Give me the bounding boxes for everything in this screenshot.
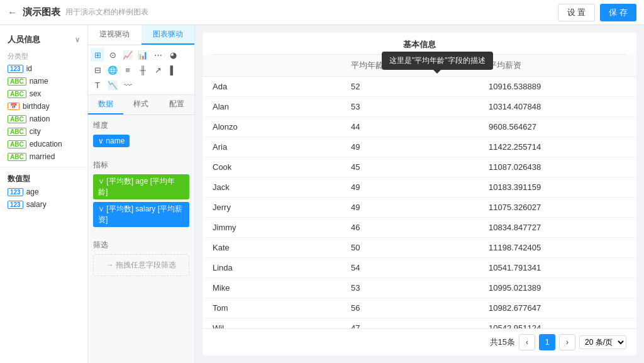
chevron-down-icon: ∨ (75, 36, 80, 44)
mode-tabs: 逆视驱动 图表驱动 (88, 25, 194, 45)
table-row: Tom 56 10982.677647 (203, 298, 636, 318)
panel-tab-style[interactable]: 样式 (123, 95, 158, 114)
measure-label: 指标 (93, 160, 189, 170)
td-age: 50 (351, 243, 489, 252)
type-badge-abc: ABC (8, 140, 26, 148)
wave-icon[interactable]: 〰 (121, 78, 135, 92)
table-row: Alan 53 10314.407848 (203, 97, 636, 117)
td-age: 49 (351, 142, 489, 152)
filter-icon[interactable]: ⊟ (91, 63, 104, 77)
table-row: Jerry 49 11075.326027 (203, 198, 636, 218)
td-salary: 11075.326027 (489, 203, 626, 212)
td-name: Alan (213, 102, 351, 111)
field-sex: sex (30, 89, 42, 98)
line-chart-icon[interactable]: 📈 (121, 48, 135, 62)
type-badge-abc: ABC (8, 90, 26, 98)
prev-page-button[interactable]: ‹ (519, 334, 535, 350)
save-button[interactable]: 保 存 (600, 4, 636, 21)
content-area: 这里是"平均年龄"字段的描述 基本信息 平均年龄 i 平均薪资 Ada 52 1… (195, 25, 644, 363)
panel-tabs: 数据 样式 配置 (88, 95, 194, 115)
td-age: 52 (351, 82, 489, 91)
measure-tag-age[interactable]: ∨ [平均数] age [平均年龄] (93, 174, 189, 199)
sidebar-item-sex[interactable]: ABC sex (0, 87, 87, 100)
field-city: city (30, 127, 41, 136)
sidebar-item-id[interactable]: 123 id (0, 62, 87, 75)
page-size-select[interactable]: 20 条/页 50 条/页 (579, 335, 626, 349)
sidebar-section-header[interactable]: 人员信息 ∨ (0, 30, 87, 48)
pagination: 共15条 ‹ 1 › 20 条/页 50 条/页 (203, 328, 636, 355)
field-birthday: birthday (23, 102, 50, 111)
field-education: education (30, 140, 62, 148)
td-name: Mike (213, 283, 351, 293)
td-name: Jerry (213, 203, 351, 212)
td-name: Cook (213, 162, 351, 172)
td-age: 45 (351, 162, 489, 172)
panel-tab-data[interactable]: 数据 (88, 95, 123, 114)
list-icon[interactable]: ≡ (121, 63, 135, 77)
mode-tab-chart[interactable]: 图表驱动 (142, 25, 195, 45)
measure-tag-salary[interactable]: ∨ [平均数] salary [平均薪资] (93, 202, 189, 227)
td-name: Kate (213, 243, 351, 252)
td-name: Jimmy (213, 223, 351, 232)
sidebar-item-married[interactable]: ABC married (0, 150, 87, 163)
sidebar-item-birthday[interactable]: 📅 birthday (0, 100, 87, 113)
bars-icon[interactable]: ▌ (166, 63, 180, 77)
pie-icon[interactable]: ◕ (166, 48, 180, 62)
panel-tab-config[interactable]: 配置 (159, 95, 194, 114)
field-salary: salary (26, 200, 47, 209)
pivot-icon[interactable]: ╫ (136, 63, 150, 77)
circle-icon[interactable]: ⊙ (106, 48, 119, 62)
measure-section: 指标 ∨ [平均数] age [平均年龄] ∨ [平均数] salary [平均… (88, 155, 194, 235)
td-name: Wil (213, 323, 351, 328)
table-row: Kate 50 11198.742405 (203, 238, 636, 258)
middle-panel: 逆视驱动 图表驱动 ⊞ ⊙ 📈 📊 ⋯ ◕ ⊟ 🌐 ≡ ╫ ↗ ▌ T 📉 〰 … (88, 25, 195, 363)
td-salary: 10982.677647 (489, 303, 626, 313)
sidebar-item-nation[interactable]: ABC nation (0, 113, 87, 125)
td-salary: 10542.951124 (489, 323, 626, 328)
td-age: 56 (351, 303, 489, 313)
page-title: 演示图表 (23, 6, 60, 18)
mini-chart-icon[interactable]: 📉 (106, 78, 119, 92)
td-name: Jack (213, 182, 351, 192)
col-header-name (213, 60, 351, 71)
globe-icon[interactable]: 🌐 (106, 63, 119, 77)
sidebar-item-name[interactable]: ABC name (0, 75, 87, 87)
filter-drop-zone[interactable]: → 拖拽任意字段筛选 (93, 254, 189, 276)
arrow-icon[interactable]: ↗ (151, 63, 165, 77)
td-age: 53 (351, 102, 489, 111)
table-row: Ada 52 10916.538889 (203, 77, 636, 97)
main-layout: 人员信息 ∨ 分类型 123 id ABC name ABC sex 📅 bir… (0, 25, 644, 363)
next-page-button[interactable]: › (559, 334, 575, 350)
type-badge-abc: ABC (8, 77, 26, 86)
topbar-actions: 设 置 保 存 (558, 4, 636, 21)
back-button[interactable]: ← (8, 7, 18, 18)
td-age: 44 (351, 122, 489, 131)
table-body: Ada 52 10916.538889 Alan 53 10314.407848… (203, 77, 636, 328)
table-row: Wil 47 10542.951124 (203, 318, 636, 328)
sidebar-item-city[interactable]: ABC city (0, 125, 87, 138)
mode-tab-visual[interactable]: 逆视驱动 (88, 25, 142, 45)
settings-button[interactable]: 设 置 (558, 4, 596, 21)
type-badge-123: 123 (8, 65, 23, 73)
dimension-tag[interactable]: ∨ name (93, 135, 130, 147)
text-icon[interactable]: T (91, 78, 104, 92)
sidebar-item-education[interactable]: ABC education (0, 138, 87, 150)
type-badge-cal: 📅 (8, 103, 19, 110)
td-salary: 10183.391159 (489, 182, 626, 192)
current-page-button[interactable]: 1 (539, 334, 555, 350)
td-salary: 10541.791341 (489, 263, 626, 272)
sidebar-item-age[interactable]: 123 age (0, 186, 87, 198)
td-salary: 10314.407848 (489, 102, 626, 111)
type-badge-abc: ABC (8, 153, 26, 161)
scatter-icon[interactable]: ⋯ (151, 48, 165, 62)
bar-chart-icon[interactable]: 📊 (136, 48, 150, 62)
td-name: Linda (213, 263, 351, 272)
chart-container: 这里是"平均年龄"字段的描述 基本信息 平均年龄 i 平均薪资 Ada 52 1… (203, 33, 636, 355)
type-badge-123: 123 (8, 188, 23, 196)
page-subtitle: 用于演示文档的样例图表 (65, 7, 148, 18)
table-row: Jack 49 10183.391159 (203, 177, 636, 198)
col-header-salary: 平均薪资 (489, 60, 626, 71)
field-name: name (30, 77, 48, 86)
sidebar-item-salary[interactable]: 123 salary (0, 198, 87, 211)
table-icon[interactable]: ⊞ (91, 48, 104, 62)
